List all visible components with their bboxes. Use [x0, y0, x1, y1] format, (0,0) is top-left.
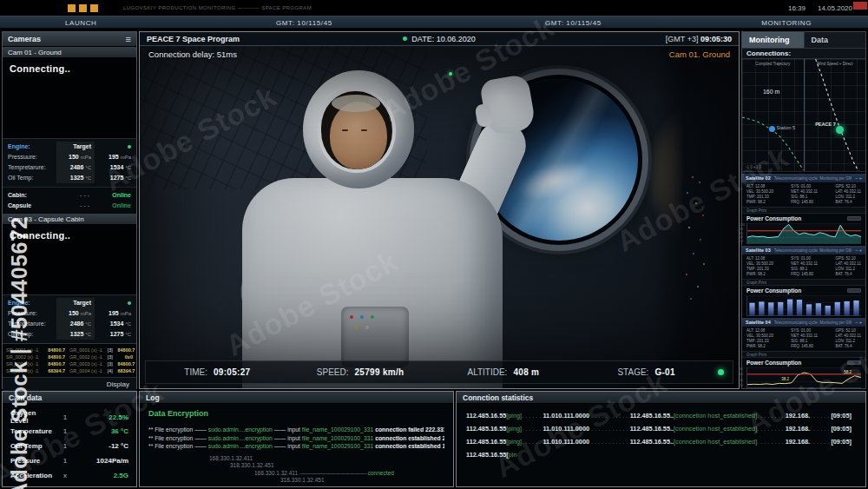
- video-feed: Connection delay: 51ms Cam 01. Ground TI…: [140, 46, 739, 388]
- connections-header: Connections:: [742, 48, 865, 59]
- tab-monitoring[interactable]: Monitoring: [742, 32, 804, 48]
- cam-data-panel: Cam data Oxygen Level122.5% Temperature1…: [2, 391, 137, 487]
- table-row: SR_0002 (x) -184800.7GR_0002 (x) -1[3]0x…: [6, 354, 133, 360]
- target-unit: °C: [85, 165, 91, 170]
- satellite-block: Satellite 04 Telecommunicating cycle. Mo…: [742, 316, 865, 388]
- stats-column: SYS: 01.00 NET: 40.332.11 SIG: 88.1 FRQ:…: [791, 328, 818, 349]
- target-value: 150: [69, 310, 79, 316]
- target-unit: mPa: [81, 311, 91, 316]
- nav-monitoring[interactable]: MONITORING: [761, 19, 812, 27]
- metric-name: Tempretarure:: [8, 162, 56, 173]
- display-button[interactable]: Display: [107, 380, 129, 388]
- stats-column: GPS: 52.10 LAT: 40.332.11 LON: 311.2 BAT…: [835, 184, 861, 205]
- legend-pill: [847, 216, 861, 221]
- metric-value: 2.5G: [75, 472, 128, 479]
- log-title: Log: [146, 393, 160, 402]
- channel: 1: [56, 442, 75, 450]
- actual-unit: mPa: [121, 311, 131, 316]
- ip-address: 168.330.1.32.411: [209, 455, 444, 463]
- bar-series: [747, 295, 861, 315]
- nav-launch[interactable]: LAUNCH: [65, 19, 97, 27]
- engine-status-dot: [128, 145, 131, 149]
- actual-value: 195: [108, 310, 119, 316]
- cell: SR_0003 (x) -1: [6, 360, 48, 367]
- ip: 112.485.16.55..: [630, 438, 674, 446]
- chart-title: Power Consumption: [746, 215, 801, 221]
- ip: 192.168.: [786, 412, 810, 420]
- log-status: connection failed 222.331.1.145 [ -e]: [375, 426, 444, 433]
- area-series: [747, 223, 861, 243]
- connection-stats-body: 112.485.16.55[ping]. . . . . . 11.010.11…: [457, 404, 865, 466]
- satellite-stats: ALT: 12.08 VEL: 30.500.20 TMP: 201.33 PW…: [742, 327, 865, 351]
- table-row: Temperature136 °C: [3, 424, 136, 439]
- ip: 112.485.16.55[: [466, 451, 509, 459]
- cameras-panel: Cameras ≡ Cam 01 - Ground Connecting.. E…: [2, 31, 137, 389]
- table-row: Tempretarure: 2486 °C 1534 °C: [8, 162, 131, 173]
- table-row: SR_0004 (x) -168394.7GR_0004 (x) -1[4]68…: [6, 367, 133, 374]
- leader-dots: . . . . . . . . . . .: [591, 425, 628, 433]
- window-controls[interactable]: – +: [855, 248, 862, 253]
- chart-title: Compiled Trajectory: [742, 62, 804, 66]
- cell: [4]: [108, 367, 118, 374]
- log-status: connection established 222.331.1.145 [ -…: [375, 435, 444, 441]
- time-label: TIME:: [184, 367, 207, 377]
- cell: 84800.7: [48, 360, 69, 367]
- stats-column: SYS: 01.00 NET: 40.332.11 SIG: 88.1 FRQ:…: [791, 184, 818, 205]
- stats-column: ALT: 12.08 VEL: 30.500.20 TMP: 201.33 PW…: [746, 184, 773, 205]
- metric-value: 22.5%: [75, 413, 128, 421]
- nav-bar: LAUNCH GMT: 10/115/45 GMT: 10/115/45 MON…: [0, 16, 868, 29]
- ip: 112.485.16.55..: [630, 425, 674, 433]
- log-body: Data Encryption ** File encryption —— su…: [140, 404, 453, 488]
- ip: 112.485.16.55: [466, 412, 506, 420]
- leader-dots: . . . . . . . . . . .: [591, 412, 628, 420]
- table-row: Out Temp1-12 °C: [3, 439, 136, 453]
- target-label: Target: [56, 298, 95, 308]
- monitor-tabs: Monitoring Data: [742, 32, 865, 48]
- leader-dots: . . . . . .: [810, 425, 829, 433]
- cameras-title: Cameras: [8, 35, 41, 43]
- log-command: sudo.admin....encryption: [208, 435, 273, 441]
- cell: 84800.7: [117, 347, 133, 354]
- stats-column: GPS: 52.10 LAT: 40.332.11 LON: 311.2 BAT…: [835, 256, 861, 277]
- ping-tag: [ping]: [506, 412, 522, 420]
- connection-status: [conncetion host_established]: [674, 412, 757, 420]
- ip: 11.010.111.0000: [542, 412, 589, 420]
- target-value: 1325: [70, 331, 84, 337]
- actual-unit: °C: [125, 175, 131, 181]
- cell: 68394.7: [117, 367, 133, 374]
- ping-tag: [ping]: [506, 438, 522, 446]
- actual-unit: °C: [125, 165, 131, 170]
- cam01-selector[interactable]: Cam 01 - Ground: [3, 47, 136, 58]
- table-row: Pressure11024Pa/m: [3, 453, 136, 468]
- connection-stats-title: Connction statistics: [463, 393, 533, 402]
- trajectory-path: [742, 59, 804, 171]
- station-label: Station 5: [776, 125, 795, 130]
- leader-dots: . . . . . .: [522, 438, 541, 446]
- cell: [3]: [108, 360, 118, 367]
- capsule-label: Capsule: [8, 201, 56, 211]
- cell: [3]: [108, 354, 118, 360]
- menu-icon[interactable]: ≡: [126, 35, 131, 43]
- log-status: connection established 11-22-222.331.1.1…: [375, 443, 444, 449]
- satellite-name: Satellite 04: [746, 320, 771, 325]
- metric-name: Pressuure:: [8, 308, 56, 319]
- log-text: ** File encryption ——: [148, 443, 207, 449]
- tab-data[interactable]: Data: [804, 32, 866, 48]
- satellite-header: Satellite 03 Telecommunicating cycle. Mo…: [742, 246, 865, 254]
- window-controls[interactable]: – +: [855, 320, 862, 325]
- data-label: 38.2: [781, 377, 789, 381]
- metric-value: -12 °C: [75, 442, 128, 450]
- ip-address: 318.330.1.32.451: [280, 477, 444, 485]
- window-controls[interactable]: – +: [855, 175, 862, 181]
- log-line: ** File encryption —— sudo.admin....encr…: [148, 426, 444, 434]
- brand-text: LUGOVSKIY PRODUCTION MONITORING ———— SPA…: [123, 5, 312, 10]
- cabin-dots: - - -: [56, 190, 95, 201]
- actual-unit: mPa: [121, 155, 131, 160]
- leader-dots: . . . . . . . .: [757, 438, 783, 446]
- ip: 192.168.: [786, 425, 810, 433]
- cam03-status: Connecting..: [3, 225, 136, 246]
- log-text: —— input: [274, 443, 300, 449]
- cam03-selector[interactable]: Cam 03 - Capsule Cabin: [3, 214, 136, 225]
- ping-tag: [ping]: [506, 425, 522, 433]
- actual-value: 195: [108, 154, 119, 160]
